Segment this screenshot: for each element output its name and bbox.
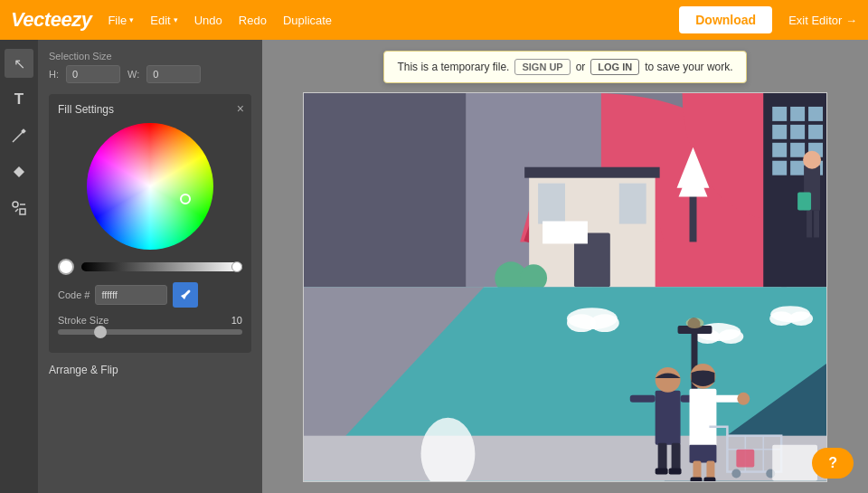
color-wheel-container xyxy=(58,123,242,250)
brightness-slider[interactable] xyxy=(81,262,242,271)
stroke-size-row: Stroke Size 10 xyxy=(58,315,242,326)
svg-point-81 xyxy=(737,393,750,405)
save-work-text: to save your work. xyxy=(645,61,732,73)
text-tool-button[interactable]: T xyxy=(5,85,33,114)
fill-settings-panel: Fill Settings × Code # xyxy=(49,94,251,353)
selection-size-label: Selection Size xyxy=(49,51,251,62)
help-button[interactable]: ? xyxy=(812,448,854,479)
brightness-row xyxy=(58,259,242,275)
svg-rect-34 xyxy=(808,125,823,139)
svg-rect-65 xyxy=(656,391,681,445)
nav-file[interactable]: File ▾ xyxy=(108,14,134,27)
svg-point-60 xyxy=(789,311,813,326)
svg-rect-21 xyxy=(524,167,659,178)
paint-tool-button[interactable] xyxy=(5,157,33,186)
svg-rect-35 xyxy=(772,143,787,157)
svg-rect-39 xyxy=(790,161,805,175)
arrange-flip-section: Arrange & Flip xyxy=(49,364,251,382)
close-fill-button[interactable]: × xyxy=(237,101,244,116)
width-input[interactable] xyxy=(146,65,201,83)
nav-redo[interactable]: Redo xyxy=(239,14,267,27)
code-row: Code # xyxy=(58,282,242,308)
or-text: or xyxy=(576,61,586,73)
nav-edit[interactable]: Edit ▾ xyxy=(150,14,177,27)
color-wheel-overlay xyxy=(87,123,213,250)
svg-rect-31 xyxy=(808,107,823,121)
header: Vecteezy File ▾ Edit ▾ Undo Redo Duplica… xyxy=(0,0,868,40)
svg-rect-71 xyxy=(630,395,656,403)
size-row: H: W: xyxy=(49,65,251,83)
svg-rect-32 xyxy=(772,125,787,139)
svg-rect-20 xyxy=(542,222,588,244)
body: ↖ T Selection Size xyxy=(0,40,868,493)
left-toolbar: ↖ T xyxy=(0,40,38,493)
file-chevron: ▾ xyxy=(129,15,134,24)
svg-rect-8 xyxy=(304,93,466,287)
width-label: W: xyxy=(127,69,139,80)
select-tool-button[interactable]: ↖ xyxy=(5,49,33,78)
sign-up-button[interactable]: SIGN UP xyxy=(514,59,570,75)
edit-chevron: ▾ xyxy=(174,15,178,24)
svg-rect-79 xyxy=(703,478,715,481)
code-label: Code # xyxy=(58,289,90,300)
svg-rect-73 xyxy=(690,389,717,448)
illustration xyxy=(304,93,826,481)
shapes-tool-button[interactable] xyxy=(5,194,33,223)
svg-rect-46 xyxy=(814,211,819,238)
height-input[interactable] xyxy=(66,65,120,83)
svg-point-44 xyxy=(803,151,821,169)
brightness-thumb xyxy=(231,261,242,272)
svg-rect-69 xyxy=(656,469,668,475)
canvas-wrapper[interactable] xyxy=(303,92,827,482)
svg-rect-33 xyxy=(790,125,805,139)
svg-rect-68 xyxy=(672,443,681,472)
side-panel: Selection Size H: W: Fill Settings × xyxy=(38,40,262,493)
brightness-circle xyxy=(58,259,74,275)
svg-rect-88 xyxy=(736,450,754,468)
svg-rect-38 xyxy=(772,161,787,175)
help-icon: ? xyxy=(828,455,837,471)
svg-rect-29 xyxy=(772,107,787,121)
download-button[interactable]: Download xyxy=(679,6,772,33)
exit-editor-button[interactable]: Exit Editor → xyxy=(788,14,857,27)
height-label: H: xyxy=(49,69,59,80)
svg-point-57 xyxy=(718,329,743,344)
selection-size-section: Selection Size H: W: xyxy=(49,51,251,83)
svg-point-64 xyxy=(686,318,704,328)
stroke-slider[interactable] xyxy=(58,329,242,335)
logo: Vecteezy xyxy=(11,8,91,32)
svg-rect-18 xyxy=(538,184,565,224)
nav-undo[interactable]: Undo xyxy=(194,14,222,27)
svg-line-1 xyxy=(13,140,14,142)
stroke-size-label: Stroke Size xyxy=(58,315,108,326)
svg-rect-90 xyxy=(772,445,817,481)
log-in-button[interactable]: LOG IN xyxy=(590,59,639,75)
svg-point-86 xyxy=(731,469,741,479)
svg-rect-19 xyxy=(619,184,646,224)
color-wheel[interactable] xyxy=(87,123,213,250)
svg-line-0 xyxy=(14,131,24,140)
nav-duplicate[interactable]: Duplicate xyxy=(283,14,332,27)
stroke-thumb xyxy=(94,326,107,338)
arrange-flip-label: Arrange & Flip xyxy=(49,364,251,376)
svg-point-66 xyxy=(656,367,681,393)
svg-point-3 xyxy=(13,202,18,207)
temp-file-notice: This is a temporary file. SIGN UP or LOG… xyxy=(383,51,746,83)
svg-line-6 xyxy=(15,209,18,212)
svg-rect-4 xyxy=(20,209,25,214)
svg-rect-36 xyxy=(790,143,805,157)
main-area: This is a temporary file. SIGN UP or LOG… xyxy=(262,40,868,493)
svg-point-54 xyxy=(590,314,619,332)
svg-rect-78 xyxy=(691,478,703,481)
fill-settings-title: Fill Settings xyxy=(58,103,242,116)
svg-rect-45 xyxy=(807,211,812,238)
pen-tool-button[interactable] xyxy=(5,121,33,150)
temp-notice-text: This is a temporary file. xyxy=(397,61,509,73)
stroke-size-value: 10 xyxy=(231,315,242,326)
svg-rect-70 xyxy=(669,469,682,475)
svg-rect-47 xyxy=(797,193,811,211)
eyedropper-button[interactable] xyxy=(173,282,198,308)
svg-rect-67 xyxy=(658,443,667,472)
color-code-input[interactable] xyxy=(95,285,167,305)
svg-rect-30 xyxy=(790,107,805,121)
